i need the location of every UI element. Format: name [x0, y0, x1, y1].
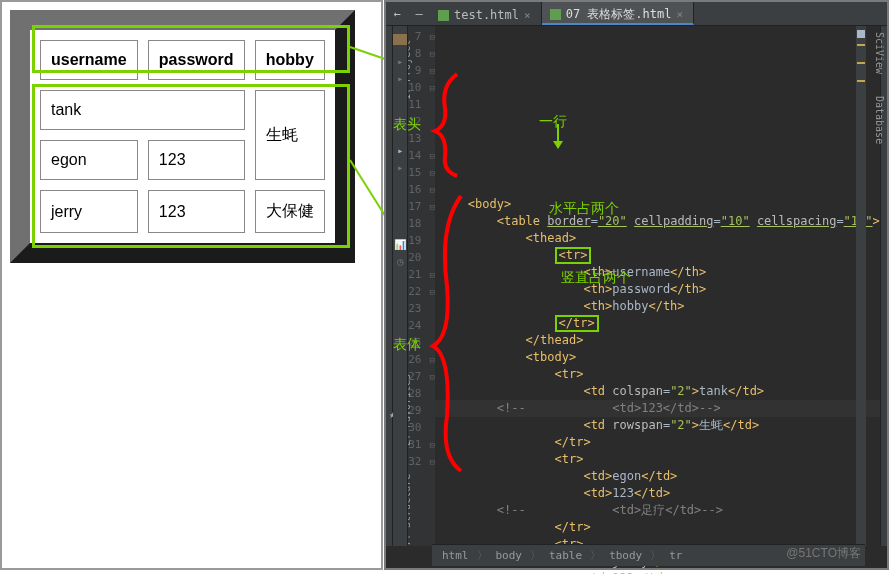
th-hobby: hobby [255, 40, 325, 80]
td-123b: 123 [148, 190, 245, 233]
scrollbar-marker [857, 30, 865, 38]
back-icon[interactable]: ← [393, 7, 400, 21]
browser-preview-panel: username password hobby tank 生蚝 egon 123… [0, 0, 383, 570]
minimize-icon[interactable]: — [415, 7, 422, 21]
table-header-row: username password hobby [40, 40, 325, 80]
tree-item[interactable]: ▸ [393, 159, 407, 176]
td-massage: 大保健 [255, 190, 325, 233]
project-tool-controls[interactable]: ← — [386, 7, 430, 21]
left-tool-strip[interactable]: 1: Project 2: Favorites 7: Structure ★ [386, 26, 393, 546]
html-file-icon [550, 9, 561, 20]
tree-item[interactable]: ▸ [393, 142, 407, 159]
close-icon[interactable]: × [524, 9, 531, 22]
td-jerry: jerry [40, 190, 138, 233]
tab-test-html[interactable]: test.html × [430, 2, 542, 25]
project-tree-collapsed[interactable]: ▸ ▸ ▸ ▸ 📊 ◷ [393, 26, 408, 546]
crumb[interactable]: body [492, 549, 527, 562]
td-oyster: 生蚝 [255, 90, 325, 180]
td-123a: 123 [148, 140, 245, 180]
rendered-html-table: username password hobby tank 生蚝 egon 123… [10, 10, 355, 263]
sciview-tool-button[interactable]: SciView [874, 32, 885, 74]
tree-item[interactable]: ▸ [393, 70, 407, 87]
crumb[interactable]: html [438, 549, 473, 562]
th-password: password [148, 40, 245, 80]
line-number-gutter[interactable]: 7891011121314151617181920212223242526272… [408, 26, 429, 546]
table-body: tank 生蚝 egon 123 jerry 123 大保健 [40, 90, 325, 233]
clock-icon: ◷ [393, 253, 407, 270]
tab-07-table-html[interactable]: 07 表格标签.html × [542, 2, 694, 25]
crumb[interactable]: table [545, 549, 586, 562]
table-row: tank 生蚝 [40, 90, 325, 130]
crumb[interactable]: tr [665, 549, 686, 562]
code-editor[interactable]: 表头 表体 一行 水平占两个 竖直占两个 <body> <table borde… [435, 26, 880, 546]
table-row: jerry 123 大保健 [40, 190, 325, 233]
td-tank: tank [40, 90, 245, 130]
row-annotation: 一行 [539, 113, 567, 131]
arrow-down-icon [557, 124, 559, 148]
warning-marker[interactable] [857, 44, 865, 46]
chart-icon: 📊 [393, 236, 407, 253]
editor-tab-bar: ← — test.html × 07 表格标签.html × [386, 2, 887, 26]
tab-label: test.html [454, 8, 519, 22]
crumb[interactable]: tbody [605, 549, 646, 562]
warning-marker[interactable] [857, 62, 865, 64]
database-tool-button[interactable]: Database [874, 96, 885, 144]
editor-scrollbar[interactable] [856, 26, 866, 546]
folder-icon [393, 34, 407, 45]
html-file-icon [438, 10, 449, 21]
th-username: username [40, 40, 138, 80]
right-tool-strip[interactable]: SciView Database [880, 26, 887, 546]
watermark-text: @51CTO博客 [786, 545, 861, 562]
close-icon[interactable]: × [676, 8, 683, 21]
warning-marker[interactable] [857, 80, 865, 82]
tree-item[interactable]: ▸ [393, 53, 407, 70]
ide-editor-panel: ← — test.html × 07 表格标签.html × 1: Projec… [384, 0, 889, 570]
table-head: username password hobby [40, 40, 325, 80]
td-egon: egon [40, 140, 138, 180]
tab-label: 07 表格标签.html [566, 6, 672, 23]
